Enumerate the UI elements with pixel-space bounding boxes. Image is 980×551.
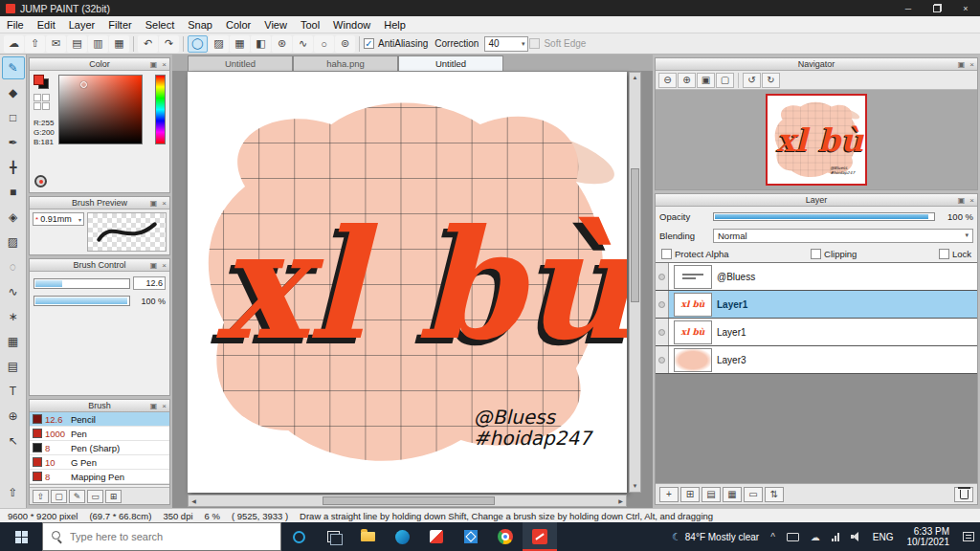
add-folder-button[interactable]: ⊞ — [680, 487, 700, 502]
paint-button[interactable] — [419, 522, 454, 551]
softedge-checkbox[interactable] — [529, 38, 540, 49]
visibility-toggle[interactable] — [656, 263, 669, 290]
gradient-tool[interactable]: ▨ — [2, 231, 25, 253]
brush-opacity-slider[interactable] — [33, 296, 130, 306]
close-icon[interactable]: × — [159, 402, 169, 410]
edit-brush-button[interactable]: ✎ — [69, 490, 85, 503]
scroll-up-icon[interactable]: ▲ — [630, 73, 640, 83]
blending-select[interactable]: Normal ▾ — [713, 229, 973, 243]
scroll-right-icon[interactable]: ▶ — [615, 496, 626, 506]
tray-expand-button[interactable]: ^ — [765, 522, 781, 551]
cloud-upload-button[interactable]: ☁ — [4, 35, 24, 53]
mirror-snap-button[interactable]: ◧ — [251, 35, 271, 53]
zoom-tool[interactable]: ⊕ — [2, 405, 25, 428]
shape-tool[interactable]: ■ — [2, 181, 25, 204]
saturation-value-picker[interactable] — [58, 75, 143, 144]
antialiasing-checkbox[interactable]: ✓ — [364, 38, 374, 49]
lasso-tool[interactable]: ∿ — [2, 280, 25, 303]
document-tab-2[interactable]: haha.png — [293, 55, 398, 71]
gradient-snap-button[interactable]: ▨ — [209, 35, 229, 53]
menu-view[interactable]: View — [257, 16, 294, 33]
foreground-color-swatch[interactable] — [33, 75, 44, 85]
onedrive-tray-button[interactable]: ☁ — [805, 522, 826, 551]
document-tab-1[interactable]: Untitled — [188, 55, 293, 71]
drawing-canvas[interactable]: xl bù xl bù @Bluess #hoidap247 — [188, 72, 627, 493]
layer-row-layer1-selected[interactable]: xl bù Layer1 — [656, 291, 977, 319]
navigator-thumbnail[interactable] — [766, 94, 867, 186]
popout-icon[interactable]: ▣ — [148, 60, 159, 69]
cortana-button[interactable] — [281, 522, 316, 551]
clipping-checkbox[interactable] — [811, 249, 821, 259]
popout-icon[interactable]: ▣ — [148, 199, 159, 208]
magic-wand-tool[interactable]: ∗ — [2, 305, 25, 328]
tone-button[interactable]: ▦ — [230, 35, 250, 53]
layer-row-bluess[interactable]: @Bluess — [656, 263, 977, 291]
document-tab-3-active[interactable]: Untitled — [398, 55, 503, 71]
menu-snap[interactable]: Snap — [181, 16, 219, 33]
canvas-artwork[interactable]: xl bù xl bù @Bluess #hoidap247 — [188, 72, 627, 493]
visibility-toggle[interactable] — [656, 291, 669, 318]
delete-brush-button[interactable]: ▭ — [87, 490, 103, 503]
close-icon[interactable]: × — [967, 196, 977, 205]
layout-c-button[interactable]: ▦ — [109, 35, 129, 53]
close-icon[interactable]: × — [159, 261, 169, 270]
menu-color[interactable]: Color — [219, 16, 257, 33]
lock-checkbox[interactable] — [939, 249, 949, 259]
display-tray-button[interactable] — [781, 522, 805, 551]
duplicate-layer-button[interactable]: ▤ — [702, 487, 721, 502]
horizontal-scrollbar[interactable]: ◀ ▶ — [188, 495, 627, 507]
search-input[interactable] — [70, 531, 272, 542]
move-tool[interactable]: ╋ — [2, 156, 25, 179]
volume-tray-button[interactable] — [845, 522, 867, 551]
popout-icon[interactable]: ▣ — [148, 402, 159, 410]
restore-button[interactable] — [923, 0, 951, 16]
rotate-cw-button[interactable]: ↻ — [762, 73, 780, 88]
brush-item-g-pen[interactable]: 10 G Pen — [30, 455, 169, 470]
clock[interactable]: 6:33 PM 10/1/2021 — [900, 526, 958, 547]
stabilizer-button[interactable]: ◯ — [188, 35, 208, 53]
popout-icon[interactable]: ▣ — [956, 60, 967, 69]
layout-a-button[interactable]: ▤ — [67, 35, 87, 53]
symmetry-snap-button[interactable]: ⊛ — [272, 35, 292, 53]
menu-tool[interactable]: Tool — [294, 16, 326, 33]
file-explorer-button[interactable] — [350, 522, 385, 551]
divide-tool[interactable]: ▦ — [2, 330, 25, 353]
close-icon[interactable]: × — [159, 199, 169, 208]
snap-settings-button[interactable]: ⊚ — [335, 35, 355, 53]
layer-row-layer1[interactable]: xl bù Layer1 — [656, 319, 977, 346]
zoom-out-button[interactable]: ⊖ — [658, 73, 677, 88]
redo-button[interactable]: ↷ — [159, 35, 179, 53]
hand-tool[interactable]: ↖ — [2, 430, 25, 452]
operation-tool[interactable]: ▤ — [2, 355, 25, 378]
chrome-button[interactable] — [488, 522, 523, 551]
task-view-button[interactable] — [316, 522, 350, 551]
brush-item-pen-sharp[interactable]: 8 Pen (Sharp) — [30, 441, 169, 455]
close-icon[interactable]: × — [159, 60, 169, 69]
select-tool[interactable]: ◌ — [2, 255, 25, 278]
layer-row-layer3[interactable]: Layer3 — [656, 346, 977, 374]
brush-size-field[interactable]: * 0.91mm ▾ — [33, 212, 84, 226]
pen-tool[interactable]: ✒ — [2, 131, 25, 154]
taskbar-search[interactable] — [42, 522, 281, 551]
actual-size-button[interactable]: ▢ — [716, 73, 734, 88]
color-cursor[interactable] — [80, 81, 87, 88]
layer-order-button[interactable]: ⇅ — [765, 487, 784, 502]
scroll-down-icon[interactable]: ▼ — [630, 481, 640, 492]
zoom-in-button[interactable]: ⊕ — [678, 73, 696, 88]
brush-size-slider[interactable] — [33, 278, 130, 289]
hide-tools-button[interactable]: ⇧ — [2, 481, 25, 504]
brush-folder-button[interactable]: ⊞ — [105, 490, 122, 503]
menu-help[interactable]: Help — [377, 16, 412, 33]
close-icon[interactable]: × — [967, 60, 977, 69]
notification-center-button[interactable] — [957, 522, 980, 551]
vertical-scrollbar[interactable]: ▲ ▼ — [629, 72, 641, 493]
vertical-scroll-thumb[interactable] — [631, 168, 639, 302]
fill-tool[interactable]: ◈ — [2, 206, 25, 229]
menu-window[interactable]: Window — [326, 16, 377, 33]
brush-item-mapping-pen[interactable]: 8 Mapping Pen — [30, 470, 169, 484]
export-button[interactable]: ⇧ — [25, 35, 45, 53]
brush-up-button[interactable]: ⇧ — [33, 490, 49, 503]
photos-button[interactable] — [454, 522, 488, 551]
scroll-left-icon[interactable]: ◀ — [189, 496, 199, 506]
opacity-slider[interactable] — [713, 212, 935, 221]
